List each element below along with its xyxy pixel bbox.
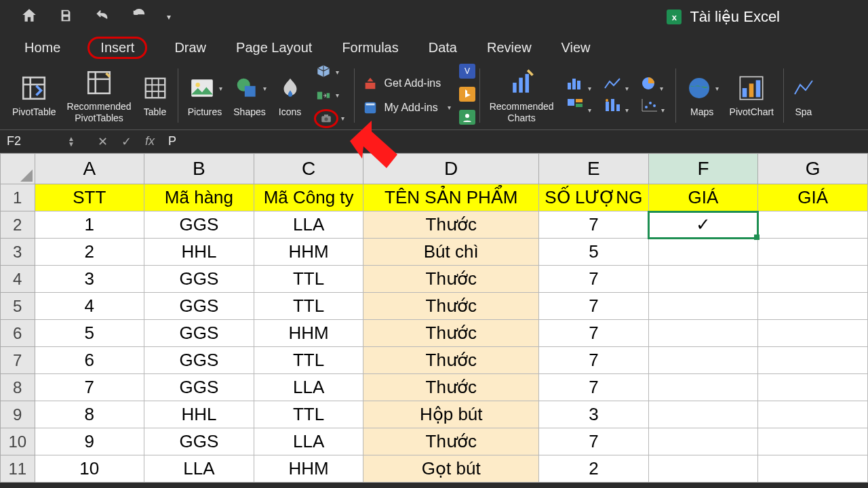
cell[interactable]: Mã Công ty — [254, 184, 363, 211]
col-header-B[interactable]: B — [144, 154, 254, 184]
cell[interactable]: 7 — [539, 293, 649, 320]
cell[interactable]: GGS — [144, 266, 254, 293]
statistic-chart-icon[interactable]: ▾ — [604, 98, 629, 115]
cell[interactable]: LLA — [144, 455, 254, 483]
row-header-9[interactable]: 9 — [1, 401, 35, 428]
namebox-stepper[interactable]: ▲▼ — [68, 136, 75, 147]
name-box[interactable]: F2 — [0, 134, 68, 148]
tab-page-layout[interactable]: Page Layout — [233, 39, 315, 57]
shapes-button[interactable]: ▾ Shapes — [228, 73, 272, 117]
tab-insert[interactable]: Insert — [87, 37, 147, 59]
tab-view[interactable]: View — [559, 39, 593, 57]
cell[interactable]: 7 — [539, 347, 649, 374]
cell[interactable]: Gọt bút — [363, 455, 539, 483]
cell[interactable]: 2 — [35, 239, 144, 266]
cell[interactable]: GGS — [144, 428, 254, 455]
table-row[interactable]: 8 7 GGS LLA Thước 7 — [1, 374, 868, 401]
select-all-corner[interactable] — [1, 154, 35, 184]
col-header-C[interactable]: C — [254, 154, 363, 184]
icons-button[interactable]: Icons — [272, 73, 309, 117]
cell[interactable]: Thước — [363, 293, 539, 320]
cell[interactable]: HHL — [144, 401, 254, 428]
cell[interactable]: TTL — [254, 401, 363, 428]
table-row[interactable]: 9 8 HHL TTL Hộp bút 3 — [1, 401, 868, 428]
cell[interactable]: 10 — [35, 455, 144, 483]
sparklines-button[interactable]: Spa — [788, 73, 819, 117]
cell[interactable]: 7 — [539, 374, 649, 401]
col-header-A[interactable]: A — [35, 154, 144, 184]
table-row[interactable]: 3 2 HHL HHM Bút chì 5 — [1, 239, 868, 266]
row-header-11[interactable]: 11 — [1, 455, 35, 483]
cell[interactable] — [758, 239, 868, 266]
home-icon[interactable] — [20, 7, 38, 27]
visio-addin-icon[interactable]: V — [459, 64, 475, 81]
cell[interactable]: LLA — [254, 428, 363, 455]
cell[interactable]: Mã hàng — [144, 184, 254, 211]
cell[interactable]: GGS — [144, 211, 254, 239]
cell[interactable]: 8 — [35, 401, 144, 428]
row-header-2[interactable]: 2 — [1, 211, 35, 239]
table-header-row[interactable]: 1 STT Mã hàng Mã Công ty TÊN SẢN PHẨM SỐ… — [1, 184, 868, 211]
cell[interactable] — [758, 211, 868, 239]
cell[interactable] — [758, 347, 868, 374]
cell[interactable]: 7 — [35, 374, 144, 401]
pivotchart-button[interactable]: PivotChart — [724, 73, 779, 117]
cell[interactable]: Thước — [363, 211, 539, 239]
cell[interactable]: 6 — [35, 347, 144, 374]
cell[interactable] — [648, 347, 758, 374]
cell[interactable] — [758, 320, 868, 347]
cell[interactable]: Thước — [363, 347, 539, 374]
row-header-10[interactable]: 10 — [1, 428, 35, 455]
cell[interactable]: GIÁ — [758, 184, 868, 211]
table-row[interactable]: 4 3 GGS TTL Thước 7 — [1, 266, 868, 293]
enter-formula-icon[interactable]: ✓ — [115, 134, 138, 149]
cell[interactable]: GGS — [144, 320, 254, 347]
cell[interactable]: GGS — [144, 347, 254, 374]
bing-addin-icon[interactable] — [459, 87, 475, 104]
pictures-button[interactable]: ▾ Pictures — [182, 73, 228, 117]
row-header-4[interactable]: 4 — [1, 266, 35, 293]
col-header-D[interactable]: D — [363, 154, 539, 184]
cell[interactable] — [758, 455, 868, 483]
table-row[interactable]: 5 4 GGS TTL Thước 7 — [1, 293, 868, 320]
my-addins-button[interactable]: My Add-ins▾ — [363, 100, 451, 115]
tab-draw[interactable]: Draw — [172, 39, 209, 57]
people-addin-icon[interactable] — [459, 110, 475, 127]
3d-models-button[interactable]: ▾ — [314, 64, 339, 81]
get-addins-button[interactable]: Get Add-ins — [363, 76, 451, 91]
cell[interactable]: GIÁ — [648, 184, 758, 211]
tab-data[interactable]: Data — [426, 39, 460, 57]
row-header-5[interactable]: 5 — [1, 293, 35, 320]
cell[interactable]: SỐ LƯỢNG — [539, 184, 649, 211]
table-row[interactable]: 6 5 GGS HHM Thước 7 — [1, 320, 868, 347]
cell[interactable]: 9 — [35, 428, 144, 455]
cell[interactable]: GGS — [144, 374, 254, 401]
cell[interactable]: 3 — [539, 401, 649, 428]
row-header-7[interactable]: 7 — [1, 347, 35, 374]
col-header-G[interactable]: G — [758, 154, 868, 184]
cell[interactable] — [758, 428, 868, 455]
recommended-charts-button[interactable]: Recommended Charts — [484, 67, 559, 123]
table-row[interactable]: 2 1 GGS LLA Thước 7 ✓ — [1, 211, 868, 239]
cell[interactable] — [758, 266, 868, 293]
cell[interactable]: TTL — [254, 293, 363, 320]
tab-review[interactable]: Review — [484, 39, 534, 57]
row-header-8[interactable]: 8 — [1, 374, 35, 401]
cell[interactable]: 2 — [539, 455, 649, 483]
cell[interactable]: 7 — [539, 211, 649, 239]
cell[interactable] — [648, 374, 758, 401]
row-header-3[interactable]: 3 — [1, 239, 35, 266]
cell[interactable]: STT — [35, 184, 144, 211]
row-header-1[interactable]: 1 — [1, 184, 35, 211]
cell[interactable]: Thước — [363, 320, 539, 347]
cell[interactable]: HHM — [254, 455, 363, 483]
cell[interactable]: 7 — [539, 266, 649, 293]
cell[interactable] — [648, 293, 758, 320]
cell[interactable]: TÊN SẢN PHẨM — [363, 184, 539, 211]
worksheet-grid[interactable]: A B C D E F G 1 STT Mã hàng Mã Công ty T… — [0, 153, 868, 483]
cell[interactable]: Thước — [363, 266, 539, 293]
cell[interactable]: 5 — [539, 239, 649, 266]
line-chart-icon[interactable]: ▾ — [604, 76, 629, 94]
undo-icon[interactable] — [94, 8, 111, 26]
cell[interactable]: LLA — [254, 374, 363, 401]
